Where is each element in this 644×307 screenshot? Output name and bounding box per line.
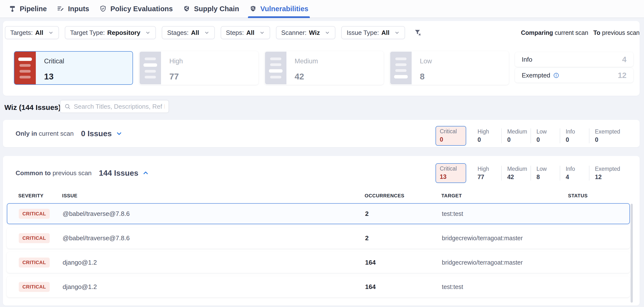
filter-scanner[interactable]: Scanner: Wiz bbox=[276, 26, 336, 39]
filter-label: Scanner: bbox=[281, 29, 307, 36]
scan-comparison-label: Comparing current scan To previous scan bbox=[521, 29, 640, 36]
tab-supply-chain[interactable]: Supply Chain bbox=[183, 0, 239, 18]
count-exempted[interactable]: Exempted 0 bbox=[589, 128, 620, 143]
count-label: Info bbox=[566, 166, 589, 172]
count-high[interactable]: High 77 bbox=[472, 166, 501, 180]
severity-card-low[interactable]: Low 8 bbox=[390, 51, 509, 85]
side-cards-column: Info 4 Exempted 12 bbox=[515, 51, 633, 85]
severity-card-critical[interactable]: Critical 13 bbox=[14, 51, 133, 85]
tab-vulnerabilities[interactable]: Vulnerabilities bbox=[250, 0, 308, 18]
info-icon[interactable] bbox=[553, 72, 559, 78]
severity-card-high[interactable]: High 77 bbox=[139, 51, 258, 85]
filter-value: All bbox=[35, 29, 43, 36]
target-cell: bridgecrewio/terragoat:master bbox=[442, 235, 568, 242]
severity-card-medium[interactable]: Medium 42 bbox=[264, 51, 384, 85]
issue-search bbox=[60, 100, 169, 113]
filter-issue-type[interactable]: Issue Type: All bbox=[341, 26, 405, 39]
severity-card-label: High bbox=[169, 58, 183, 65]
count-high[interactable]: High 0 bbox=[472, 128, 501, 143]
issue-rows: CRITICAL @babel/traverse@7.8.6 2 test:te… bbox=[7, 203, 630, 301]
count-value: 12 bbox=[595, 174, 620, 180]
filter-steps[interactable]: Steps: All bbox=[221, 26, 270, 39]
count-value: 13 bbox=[440, 173, 466, 180]
chevron-down-icon bbox=[260, 30, 265, 35]
filter-target-type[interactable]: Target Type: Repository bbox=[65, 26, 156, 39]
severity-level-icon bbox=[140, 52, 161, 84]
vertical-scrollbar[interactable] bbox=[630, 204, 633, 302]
filter-value: All bbox=[246, 29, 254, 36]
count-label: Info bbox=[566, 128, 589, 135]
group-issue-count: 0 Issues bbox=[81, 129, 112, 138]
chevron-down-icon bbox=[48, 30, 54, 35]
count-medium[interactable]: Medium 42 bbox=[501, 166, 530, 180]
filter-targets[interactable]: Targets: All bbox=[5, 26, 59, 39]
target-cell: test:test bbox=[442, 283, 568, 290]
group-common-previous-scan: Common to previous scan 144 Issues Criti… bbox=[3, 156, 640, 306]
group-header[interactable]: Common to previous scan 144 Issues bbox=[16, 162, 149, 184]
severity-card-exempted[interactable]: Exempted 12 bbox=[515, 68, 633, 82]
count-value: 77 bbox=[478, 174, 501, 180]
table-row[interactable]: CRITICAL @babel/traverse@7.8.6 2 bridgec… bbox=[7, 228, 630, 248]
count-label: High bbox=[478, 166, 501, 172]
chevron-up-icon[interactable] bbox=[142, 170, 149, 176]
count-value: 0 bbox=[566, 136, 589, 143]
clear-filters-icon[interactable] bbox=[414, 28, 422, 37]
table-row[interactable]: CRITICAL django@1.2 164 test:test bbox=[7, 276, 630, 297]
count-critical[interactable]: Critical 13 bbox=[436, 163, 466, 183]
group-header[interactable]: Only in current scan 0 Issues bbox=[16, 120, 122, 147]
column-header-issue: ISSUE bbox=[62, 193, 364, 198]
filter-label: Stages: bbox=[167, 29, 188, 36]
count-info[interactable]: Info 0 bbox=[560, 128, 589, 143]
filter-label: Issue Type: bbox=[346, 29, 379, 36]
filter-value: Repository bbox=[107, 29, 140, 36]
comparison-previous: previous scan bbox=[602, 29, 640, 36]
column-header-status: STATUS bbox=[568, 193, 625, 198]
occurrences-cell: 2 bbox=[365, 210, 442, 218]
count-label: Low bbox=[536, 166, 560, 172]
group-issue-count: 144 Issues bbox=[99, 168, 138, 178]
tab-policy-evaluations[interactable]: Policy Evaluations bbox=[100, 0, 173, 18]
tab-label: Policy Evaluations bbox=[110, 5, 173, 13]
count-value: 8 bbox=[536, 174, 560, 180]
tab-pipeline[interactable]: Pipeline bbox=[9, 0, 47, 18]
policy-shield-check-icon bbox=[100, 5, 107, 12]
filter-value: All bbox=[382, 29, 390, 36]
tab-inputs[interactable]: Inputs bbox=[57, 0, 89, 18]
target-cell: bridgecrewio/terragoat:master bbox=[442, 259, 568, 266]
group-title-rest: previous scan bbox=[52, 169, 92, 177]
severity-badge: CRITICAL bbox=[19, 282, 50, 292]
filter-label: Targets: bbox=[10, 29, 33, 36]
occurrences-cell: 164 bbox=[365, 283, 442, 291]
count-value: 0 bbox=[478, 136, 501, 143]
count-label: Critical bbox=[440, 166, 466, 172]
severity-badge: CRITICAL bbox=[19, 233, 50, 243]
chevron-down-icon[interactable] bbox=[116, 130, 122, 137]
count-label: Exempted bbox=[595, 128, 620, 135]
comparison-current: current scan bbox=[555, 29, 588, 36]
table-row[interactable]: CRITICAL @babel/traverse@7.8.6 2 test:te… bbox=[7, 203, 630, 224]
count-low[interactable]: Low 0 bbox=[530, 128, 560, 143]
table-row[interactable]: CRITICAL django@1.2 164 bridgecrewio/ter… bbox=[7, 252, 630, 273]
severity-count-strip: Critical 13 High 77 Medium 42 Low 8 Info… bbox=[436, 163, 620, 183]
count-info[interactable]: Info 4 bbox=[560, 166, 589, 180]
search-input[interactable] bbox=[74, 103, 165, 110]
count-exempted[interactable]: Exempted 12 bbox=[589, 166, 620, 180]
severity-card-count: 8 bbox=[420, 72, 432, 82]
chevron-down-icon bbox=[204, 30, 210, 35]
severity-card-info[interactable]: Info 4 bbox=[515, 52, 633, 67]
column-header-severity: SEVERITY bbox=[18, 193, 62, 198]
severity-card-count: 12 bbox=[618, 71, 626, 80]
pipeline-icon bbox=[9, 5, 16, 12]
severity-badge: CRITICAL bbox=[19, 258, 50, 268]
count-label: Exempted bbox=[595, 166, 620, 172]
count-low[interactable]: Low 8 bbox=[530, 166, 560, 180]
count-value: 4 bbox=[566, 174, 589, 180]
group-title-bold: Only in bbox=[16, 130, 37, 137]
filter-stages[interactable]: Stages: All bbox=[162, 26, 214, 39]
occurrences-cell: 2 bbox=[365, 234, 442, 242]
count-medium[interactable]: Medium 0 bbox=[501, 128, 530, 143]
severity-card-count: 13 bbox=[44, 72, 64, 82]
count-critical[interactable]: Critical 0 bbox=[436, 126, 466, 146]
severity-count-strip: Critical 0 High 0 Medium 0 Low 0 Info 0 … bbox=[436, 126, 620, 146]
count-value: 0 bbox=[595, 136, 620, 143]
